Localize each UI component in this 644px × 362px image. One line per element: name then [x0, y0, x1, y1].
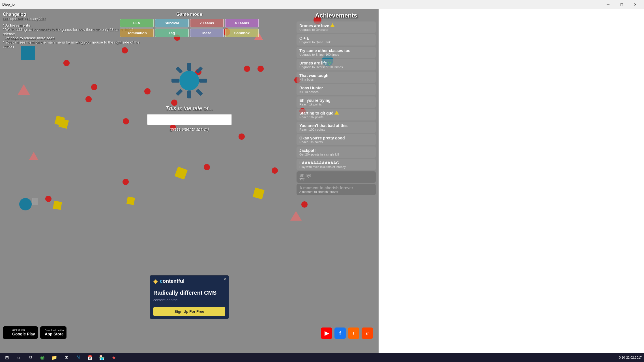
yellow-square: [175, 167, 188, 180]
red-circle: [244, 66, 250, 72]
achievement-desc: ???: [299, 178, 373, 181]
youtube-icon[interactable]: ▶: [321, 327, 332, 339]
app-store-button[interactable]: Download on the App Store: [40, 326, 67, 339]
close-button[interactable]: ✕: [629, 0, 642, 9]
right-panel: [379, 9, 644, 353]
achievement-title: Try some other classes too: [299, 48, 373, 53]
achievement-item-locked[interactable]: A moment to cherish forever A moment to …: [297, 184, 376, 195]
mode-ffa-button[interactable]: FFA: [120, 19, 154, 27]
reddit-icon[interactable]: r/: [362, 327, 373, 339]
calendar-taskbar-icon[interactable]: 📅: [84, 353, 96, 362]
achievement-desc: Upgrade to Quad Tank: [299, 40, 373, 44]
red-circle: [91, 84, 97, 90]
ad-header: ◆ contentful: [150, 275, 229, 287]
game-mode-title: Game mode: [120, 12, 259, 17]
search-taskbar-button[interactable]: ⌕: [13, 353, 24, 362]
achievement-item[interactable]: LAAAAAAAAAAAAG Play with over 1000 ms of…: [297, 159, 376, 170]
achievement-item[interactable]: Okay you're pretty good Reach 1m points: [297, 134, 376, 145]
achievement-item[interactable]: Boss Hunter Kill 10 bosses: [297, 84, 376, 95]
achievement-item[interactable]: Eh, you're trying Reach 1k points: [297, 96, 376, 108]
google-play-line2: Google Play: [12, 332, 35, 336]
taskbar-right: 0:10 22.02.2017: [617, 356, 644, 359]
name-input[interactable]: [147, 114, 232, 125]
mode-2teams-button[interactable]: 2 Teams: [190, 19, 224, 27]
minimize-button[interactable]: ─: [602, 0, 615, 9]
pink-triangle: [290, 211, 302, 221]
facebook-icon[interactable]: f: [334, 327, 346, 339]
achievement-desc: Upgrade to Sniper 100 times: [299, 53, 373, 56]
red-circle: [45, 196, 51, 202]
google-play-line1: GET IT ON: [12, 329, 35, 332]
titlebar: Diep_io ─ □ ✕: [0, 0, 644, 9]
yellow-square: [53, 201, 62, 210]
changelog-entry: * You can see them on the main menu by m…: [3, 40, 144, 49]
red-circle: [272, 167, 278, 174]
red-circle: [63, 60, 70, 66]
achievements-title: Achievements: [297, 12, 376, 19]
achievement-item[interactable]: You aren't that bad at this Reach 100k p…: [297, 122, 376, 133]
ad-close-button[interactable]: ✕: [224, 277, 227, 281]
taskbar: ⊞ ⌕ ⧉ ◉ 📁 ✉ N 📅 🏪 ★ 0:10 22.02.2017: [0, 353, 644, 362]
achievement-desc: Reach 1k points: [299, 103, 373, 106]
twitch-icon[interactable]: T: [348, 327, 359, 339]
ad-body: Radically different CMS content-centric,: [150, 287, 229, 305]
achievement-item-locked[interactable]: Shiny! ???: [297, 171, 376, 183]
achievement-title: That was tough: [299, 73, 373, 78]
mode-tag-button[interactable]: Tag: [155, 29, 189, 37]
store-buttons: ▶ GET IT ON Google Play Download on the …: [3, 326, 66, 339]
achievement-title: Drones are love: [299, 23, 373, 28]
ad-brand: contentful: [160, 278, 184, 284]
task-view-button[interactable]: ⧉: [25, 353, 36, 362]
achievement-item[interactable]: C + E Upgrade to Quad Tank: [297, 34, 376, 46]
mode-4teams-button[interactable]: 4 Teams: [225, 19, 259, 27]
name-label: This is the tale of...: [147, 105, 232, 112]
taskbar-left: ⊞ ⌕ ⧉ ◉ 📁 ✉ N 📅 🏪 ★: [0, 353, 121, 362]
restore-button[interactable]: □: [615, 0, 628, 9]
start-button[interactable]: ⊞: [1, 353, 12, 362]
achievement-title: You aren't that bad at this: [299, 123, 373, 128]
google-play-button[interactable]: ▶ GET IT ON Google Play: [3, 326, 38, 339]
files-taskbar-icon[interactable]: 📁: [49, 353, 60, 362]
app-store-line1: Download on the: [45, 329, 64, 332]
yellow-square: [253, 188, 265, 199]
app-store-line2: App Store: [45, 332, 64, 336]
achievement-item[interactable]: Try some other classes too Upgrade to Sn…: [297, 47, 376, 58]
mode-domination-button[interactable]: Domination: [120, 29, 154, 37]
titlebar-title: Diep_io: [2, 2, 15, 7]
social-icons: ▶ f T r/: [321, 327, 373, 339]
chrome-taskbar-icon[interactable]: ◉: [37, 353, 48, 362]
red-circle: [239, 133, 245, 140]
ad-overlay: ✕ ◆ contentful Radically different CMS c…: [150, 275, 229, 319]
titlebar-controls: ─ □ ✕: [602, 0, 642, 9]
pink-triangle: [29, 152, 38, 160]
mode-survival-button[interactable]: Survival: [155, 19, 189, 27]
achievement-desc: Reach 10k points: [299, 115, 373, 119]
red-circle: [123, 179, 129, 185]
red-circle: [144, 88, 151, 94]
game-mode-panel: Game mode FFA Survival 2 Teams 4 Teams D…: [120, 12, 259, 37]
achievements-panel: Achievements Drones are love Upgrade to …: [297, 12, 376, 196]
achievement-item[interactable]: Starting to git gud Reach 10k points: [297, 109, 376, 120]
achievement-desc: Get 20k points in a single kill: [299, 153, 373, 156]
app-taskbar-icon[interactable]: ★: [108, 353, 119, 362]
press-enter-hint: (press enter to spawn): [147, 127, 232, 132]
mode-sandbox-button[interactable]: Sandbox: [225, 29, 259, 37]
mail-taskbar-icon[interactable]: ✉: [61, 353, 72, 362]
ad-cta-button[interactable]: Sign Up For Free: [153, 307, 225, 316]
achievement-item[interactable]: Drones are life ▽ Upgrade to Overseer 10…: [297, 59, 376, 70]
red-circle: [123, 118, 129, 124]
store-taskbar-icon[interactable]: 🏪: [96, 353, 108, 362]
achievement-item[interactable]: Drones are love Upgrade to Overseer: [297, 21, 376, 33]
achievement-item[interactable]: That was tough Kill a boss: [297, 72, 376, 83]
achievement-item[interactable]: Jackpot! Get 20k points in a single kill: [297, 146, 376, 158]
mode-maze-button[interactable]: Maze: [190, 29, 224, 37]
red-circle: [301, 201, 308, 208]
achievement-title: Starting to git gud: [299, 111, 373, 115]
achievement-title: Okay you're pretty good: [299, 136, 373, 140]
pink-triangle: [18, 84, 30, 95]
achievement-desc: Kill 10 bosses: [299, 90, 373, 94]
center-tank: [179, 71, 199, 90]
achievement-title: Drones are life ▽: [299, 61, 373, 65]
name-area: This is the tale of... (press enter to s…: [147, 105, 232, 132]
notepad-taskbar-icon[interactable]: N: [72, 353, 84, 362]
